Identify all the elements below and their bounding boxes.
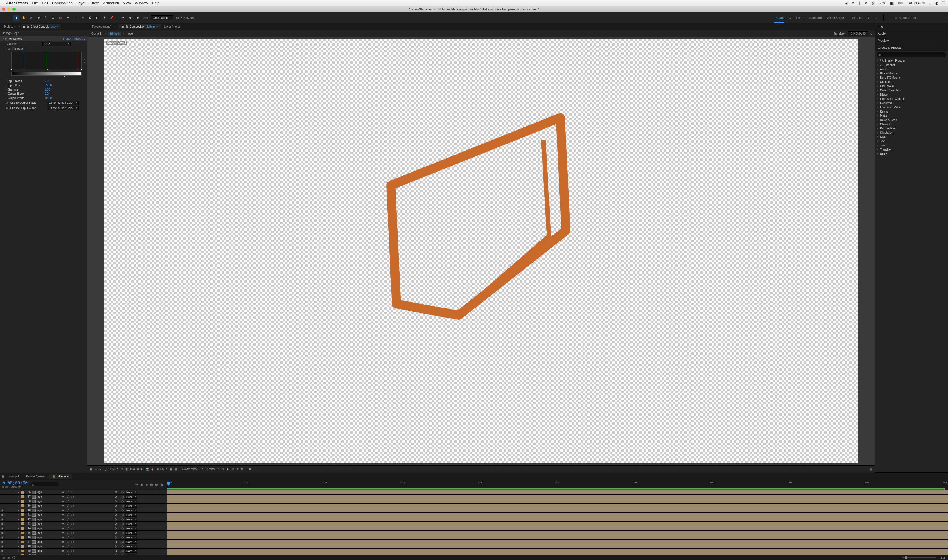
effect-visible-icon[interactable]: ▣ [9, 37, 12, 40]
hand-tool[interactable]: ✋ [21, 15, 27, 21]
shy-switch[interactable]: ✱ [62, 491, 65, 494]
layer-twirl[interactable]: ▸ [17, 540, 20, 543]
workspace-standard[interactable]: Standard [809, 16, 822, 20]
parent-pickwhip-icon[interactable]: ◎ [121, 540, 124, 543]
input-white-handle[interactable] [80, 69, 83, 71]
preset-category[interactable]: Distort [876, 92, 947, 97]
preset-category[interactable]: Boris FX Mocha [876, 75, 947, 80]
twirl-histogram[interactable]: ▾ [6, 48, 8, 50]
collapse-switch[interactable]: ╱ [67, 495, 70, 498]
shy-switch[interactable]: ✱ [62, 536, 65, 539]
video-toggle-icon[interactable]: ◉ [1, 545, 4, 548]
prop-value[interactable]: 255.0 [45, 84, 52, 87]
preset-category[interactable]: 3D Channel [876, 63, 947, 67]
shy-switch[interactable]: ✱ [62, 540, 65, 543]
twirl-prop[interactable]: ▸ [6, 80, 8, 82]
layer-color-swatch[interactable] [21, 532, 24, 534]
fx-switch[interactable]: fx [71, 495, 76, 498]
preset-category[interactable]: * Animation Presets [876, 58, 947, 63]
fx-switch[interactable]: fx [71, 532, 76, 534]
shy-switch[interactable]: ✱ [62, 500, 65, 503]
preset-category[interactable]: Immersive Video [876, 105, 947, 109]
transparency-grid-icon[interactable]: ▦ [170, 468, 173, 471]
view-axis-mode[interactable]: ⊗ [134, 15, 140, 21]
rectangle-tool[interactable]: ▭ [57, 15, 63, 21]
snapshot-icon[interactable]: 📷 [146, 468, 149, 471]
fx-switch[interactable]: fx [71, 509, 76, 512]
layer-name[interactable]: logo [37, 491, 62, 494]
layer-name[interactable]: logo [37, 522, 62, 525]
layer-bar[interactable] [167, 490, 948, 494]
notification-icon[interactable]: ☰ [942, 1, 945, 5]
menu-composition[interactable]: Composition [52, 1, 72, 5]
shy-switch[interactable]: ✱ [62, 505, 65, 507]
timeline-zoom-slider[interactable] [902, 557, 936, 558]
layer-color-swatch[interactable] [21, 500, 24, 503]
workspace-small-screen[interactable]: Small Screen [827, 16, 845, 20]
video-toggle-icon[interactable]: ◉ [1, 549, 4, 552]
video-toggle-icon[interactable]: ◉ [1, 536, 4, 539]
layer-row[interactable]: ▸ 38 logo ✱ ╱ fx ⊙ ◎ None [0, 499, 948, 504]
parent-dropdown[interactable]: None [125, 518, 137, 521]
comp-crumb-1[interactable]: 3d logo [108, 32, 121, 36]
layer-name[interactable]: logo [37, 513, 62, 516]
parent-dropdown[interactable]: None [125, 536, 137, 539]
puppet-tool[interactable]: 📌 [109, 15, 115, 21]
alpha-toggle-icon[interactable]: ▦ [90, 468, 92, 471]
workspace-default[interactable]: Default [774, 16, 785, 23]
layer-row[interactable]: ◉ ▸ 40 logo ✱ ╱ fx ⊙ ◎ None [0, 508, 948, 512]
layer-color-swatch[interactable] [21, 514, 24, 516]
3d-view-icon[interactable]: ▦ [175, 468, 177, 471]
prop-value[interactable]: 0.0 [45, 80, 49, 83]
3d-switch-icon[interactable]: ⊙ [114, 500, 117, 503]
reset-exposure-icon[interactable]: ↻ [240, 468, 243, 471]
toggle-modes-icon[interactable]: ⊞ [7, 556, 9, 559]
battery-percent[interactable]: 77% [879, 1, 886, 5]
mask-toggle-icon[interactable]: ∞ [99, 468, 101, 471]
footage-tab-close[interactable]: × [114, 25, 116, 28]
shy-switch[interactable]: ✱ [62, 514, 65, 516]
parent-pickwhip-icon[interactable]: ◎ [121, 504, 124, 507]
layer-name[interactable]: logo [37, 540, 62, 543]
fx-switch[interactable]: fx [71, 500, 76, 503]
video-toggle-icon[interactable]: ◉ [1, 522, 4, 525]
layer-bar[interactable] [167, 508, 948, 512]
collapse-switch[interactable]: ╱ [67, 549, 70, 552]
clone-tool[interactable]: ⊻ [86, 15, 93, 21]
comp-crumb-2[interactable]: logo [126, 32, 134, 36]
viewer-menu-icon[interactable]: ▤ [870, 468, 872, 471]
preset-category[interactable]: Stylize [876, 135, 947, 139]
layer-twirl[interactable]: ▸ [17, 536, 20, 538]
home-button[interactable]: ⌂ [2, 15, 8, 21]
motion-blur-icon[interactable]: ◐ [155, 483, 158, 486]
timeline-tab-render-queue[interactable]: Render Queue [23, 474, 48, 479]
parent-dropdown[interactable]: None [125, 527, 137, 530]
layer-twirl[interactable]: ▸ [17, 491, 20, 494]
layer-name[interactable]: logo [37, 509, 62, 512]
roi-icon[interactable]: ◧ [125, 468, 128, 471]
layer-row[interactable]: ▸ 36 logo ✱ ╱ fx ⊙ ◎ None [0, 490, 948, 495]
3d-switch-icon[interactable]: ⊙ [114, 513, 117, 516]
preset-category[interactable]: Matte [876, 114, 947, 118]
layer-color-swatch[interactable] [21, 536, 24, 539]
zoom-dropdown[interactable]: (87.4%) [103, 467, 119, 471]
parent-pickwhip-icon[interactable]: ◎ [121, 500, 124, 503]
selection-tool[interactable]: ▲ [13, 15, 20, 21]
preset-category[interactable]: Time [876, 143, 947, 148]
menu-file[interactable]: File [32, 1, 38, 5]
layer-row[interactable]: ◉ ▸ 43 logo ✱ ╱ fx ⊙ ◎ None [0, 522, 948, 526]
parent-dropdown[interactable]: None [125, 554, 137, 555]
parent-dropdown[interactable]: None [125, 513, 137, 517]
layer-name[interactable]: logo [37, 527, 62, 530]
layer-color-swatch[interactable] [21, 509, 24, 512]
collapse-switch[interactable]: ╱ [67, 505, 70, 507]
layer-twirl[interactable]: ▸ [17, 523, 20, 525]
fx-switch[interactable]: fx [71, 545, 76, 548]
layer-bar[interactable] [167, 512, 948, 517]
layer-color-swatch[interactable] [21, 540, 24, 543]
layer-twirl[interactable]: ▸ [17, 527, 20, 529]
collapse-switch[interactable]: ╱ [67, 509, 70, 512]
layer-twirl[interactable]: ▸ [17, 532, 20, 534]
type-tool[interactable]: T [72, 15, 78, 21]
layer-twirl[interactable]: ▸ [17, 509, 20, 511]
